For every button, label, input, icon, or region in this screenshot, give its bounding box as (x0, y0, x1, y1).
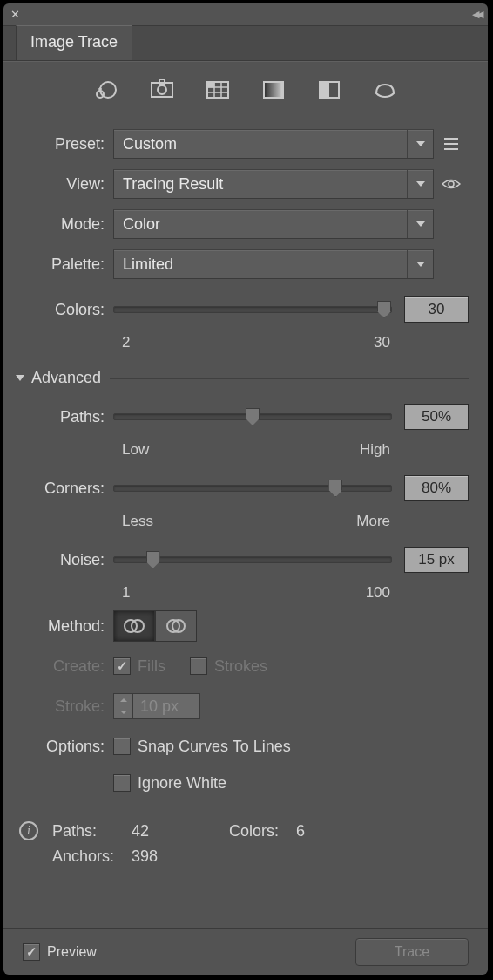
corners-label: Corners: (23, 480, 113, 498)
stats: i Paths: 42 Colors: 6 Anchors: 398 (19, 818, 469, 870)
outline-icon[interactable] (370, 78, 400, 102)
palette-label: Palette: (23, 255, 113, 274)
preset-label: Preset: (23, 135, 113, 153)
strokes-checkbox-label: Strokes (214, 657, 267, 676)
paths-slider[interactable] (113, 413, 392, 420)
svg-rect-8 (265, 83, 282, 97)
svg-point-0 (100, 82, 116, 98)
ignore-white-checkbox[interactable] (113, 774, 131, 792)
chevron-down-icon (16, 375, 24, 381)
snap-checkbox[interactable] (113, 738, 131, 755)
mode-label: Mode: (23, 215, 113, 234)
preset-menu-icon[interactable] (434, 137, 469, 151)
paths-label: Paths: (23, 408, 113, 426)
svg-rect-4 (159, 79, 165, 84)
close-icon[interactable]: ✕ (10, 8, 20, 21)
options-label: Options: (23, 738, 113, 756)
corners-slider[interactable] (113, 485, 392, 492)
noise-label: Noise: (23, 551, 113, 569)
stroke-field: 10 px (113, 693, 200, 719)
noise-slider[interactable] (113, 556, 392, 563)
eye-icon[interactable] (434, 178, 469, 190)
svg-rect-10 (321, 83, 329, 97)
create-label: Create: (23, 657, 113, 676)
view-label: View: (23, 175, 113, 194)
high-color-icon[interactable] (147, 78, 177, 102)
tab-image-trace[interactable]: Image Trace (16, 25, 132, 60)
palette-select[interactable]: Limited (113, 249, 434, 279)
fills-checkbox (113, 657, 131, 675)
auto-color-icon[interactable] (91, 78, 121, 102)
fills-checkbox-label: Fills (138, 657, 165, 676)
colors-label: Colors: (23, 301, 113, 319)
paths-value[interactable]: 50% (404, 404, 469, 430)
titlebar: ✕ ◀◀ (3, 3, 488, 26)
mode-select[interactable]: Color (113, 209, 434, 239)
stat-anchors-value: 398 (132, 845, 173, 868)
corners-value[interactable]: 80% (404, 475, 469, 501)
grayscale-icon[interactable] (259, 78, 288, 102)
svg-point-3 (158, 85, 166, 94)
svg-point-11 (449, 181, 454, 187)
low-color-icon[interactable] (203, 78, 233, 102)
preset-select[interactable]: Custom (113, 129, 434, 159)
preset-icon-row (3, 62, 488, 114)
method-overlapping-button[interactable] (155, 610, 197, 642)
snap-checkbox-label: Snap Curves To Lines (138, 738, 291, 756)
stat-paths-label: Paths: (52, 820, 130, 843)
info-icon: i (19, 821, 38, 840)
svg-rect-6 (207, 82, 214, 87)
ignore-white-checkbox-label: Ignore White (138, 774, 226, 793)
colors-value[interactable]: 30 (404, 296, 469, 323)
strokes-checkbox (190, 657, 207, 675)
method-label: Method: (23, 617, 113, 636)
preview-checkbox-label: Preview (47, 944, 97, 960)
view-select[interactable]: Tracing Result (113, 169, 434, 199)
preview-checkbox[interactable] (23, 943, 40, 961)
stat-colors-value: 6 (296, 820, 321, 843)
noise-value[interactable]: 15 px (404, 547, 469, 573)
trace-button[interactable]: Trace (355, 938, 469, 966)
colors-slider[interactable] (113, 306, 392, 313)
image-trace-panel: ✕ ◀◀ Image Trace Preset: Custom View: Tr… (3, 3, 488, 975)
advanced-section-toggle[interactable]: Advanced (16, 369, 469, 387)
tab-row: Image Trace (3, 26, 488, 61)
collapse-icon[interactable]: ◀◀ (472, 9, 481, 20)
stat-anchors-label: Anchors: (52, 845, 130, 868)
method-abutting-button[interactable] (113, 610, 155, 642)
stat-colors-label: Colors: (229, 820, 294, 843)
stroke-label: Stroke: (23, 698, 113, 716)
black-white-icon[interactable] (314, 78, 344, 102)
stat-paths-value: 42 (132, 820, 173, 843)
